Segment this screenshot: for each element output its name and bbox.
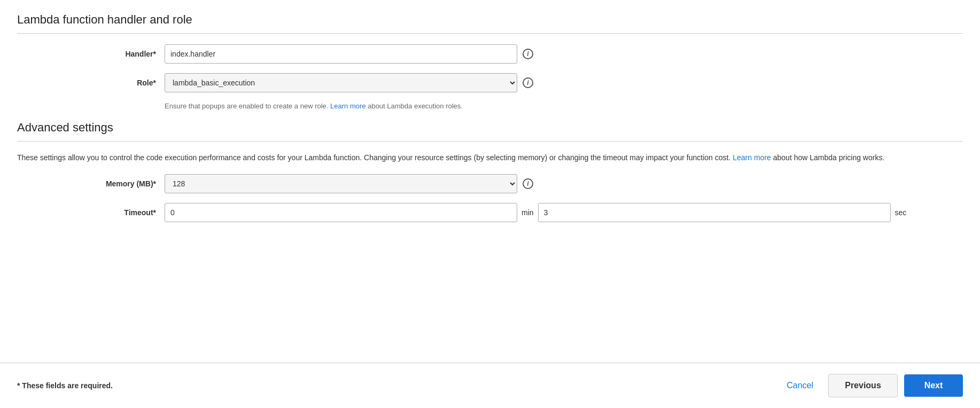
role-info-icon[interactable]: i xyxy=(523,77,533,88)
handler-input[interactable] xyxy=(165,44,517,64)
section1-divider xyxy=(17,33,963,34)
timeout-sec-input[interactable] xyxy=(538,203,891,222)
role-row: Role* lambda_basic_execution Create new … xyxy=(17,73,963,92)
handler-label: Handler* xyxy=(71,50,156,58)
timeout-row: Timeout* min sec xyxy=(17,203,963,222)
previous-button[interactable]: Previous xyxy=(828,374,898,397)
role-select[interactable]: lambda_basic_execution Create new role xyxy=(165,73,517,92)
role-help-text: Ensure that popups are enabled to create… xyxy=(17,102,963,110)
role-label: Role* xyxy=(71,79,156,87)
memory-info-icon[interactable]: i xyxy=(523,178,533,189)
timeout-inputs: min sec xyxy=(165,203,906,222)
role-help-text-before: Ensure that popups are enabled to create… xyxy=(165,102,328,110)
timeout-label: Timeout* xyxy=(71,208,156,217)
role-help-text-after: about Lambda execution roles. xyxy=(368,102,463,110)
section2-divider xyxy=(17,141,963,142)
memory-row: Memory (MB)* 128 256 512 1024 i xyxy=(17,174,963,193)
description-after: about how Lambda pricing works. xyxy=(773,153,885,162)
section2-title: Advanced settings xyxy=(17,121,963,135)
next-button[interactable]: Next xyxy=(904,374,963,397)
role-control: lambda_basic_execution Create new role i xyxy=(165,73,533,92)
memory-select[interactable]: 128 256 512 1024 xyxy=(165,174,517,193)
cancel-button[interactable]: Cancel xyxy=(778,376,822,395)
timeout-min-input[interactable] xyxy=(165,203,517,222)
handler-row: Handler* i xyxy=(17,44,963,64)
section1-title: Lambda function handler and role xyxy=(17,13,963,27)
required-note: * These fields are required. xyxy=(17,381,113,390)
advanced-learn-more-link[interactable]: Learn more xyxy=(733,153,771,162)
memory-label: Memory (MB)* xyxy=(71,179,156,188)
handler-info-icon[interactable]: i xyxy=(523,49,533,59)
role-learn-more-link[interactable]: Learn more xyxy=(330,102,365,110)
description-before: These settings allow you to control the … xyxy=(17,153,730,162)
advanced-description: These settings allow you to control the … xyxy=(17,152,963,163)
footer-buttons: Cancel Previous Next xyxy=(778,374,963,397)
memory-control: 128 256 512 1024 i xyxy=(165,174,533,193)
timeout-sec-label: sec xyxy=(895,208,907,217)
timeout-control: min sec xyxy=(165,203,906,222)
timeout-min-label: min xyxy=(522,208,534,217)
footer: * These fields are required. Cancel Prev… xyxy=(0,363,980,408)
handler-control: i xyxy=(165,44,533,64)
